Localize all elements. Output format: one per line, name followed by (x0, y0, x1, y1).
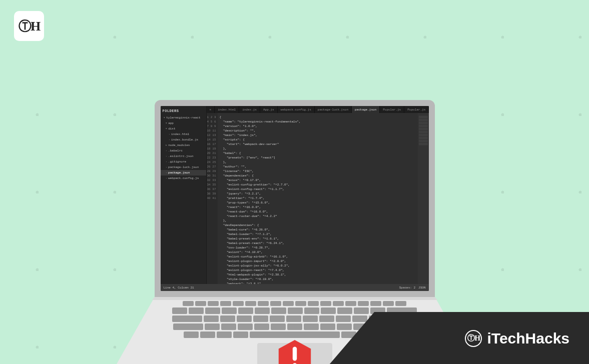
editor-tab[interactable]: App.js (260, 106, 278, 113)
svg-rect-3 (292, 346, 296, 360)
alert-icon (277, 339, 312, 364)
code-wrap: 1 2 3 4 5 6 7 8 9 10 11 12 13 14 15 16 1… (207, 113, 429, 284)
ide-body: FOLDERS ▾tylermcginnis-react▾app▾dist·in… (161, 106, 429, 284)
tree-item[interactable]: ·.babelrc (161, 148, 206, 154)
editor-tab[interactable]: index.html (215, 106, 239, 113)
tree-item[interactable]: ·package-lock.json (161, 164, 206, 170)
brand-text: iTechHacks (487, 330, 569, 347)
tree-item[interactable]: ·webpack.config.js (161, 176, 206, 181)
laptop-bezel: FOLDERS ▾tylermcginnis-react▾app▾dist·in… (155, 100, 435, 297)
tree-item[interactable]: ▾dist (161, 126, 206, 132)
file-tree: ▾tylermcginnis-react▾app▾dist·index.html… (161, 115, 206, 181)
editor-tab[interactable]: Popular.js (380, 106, 404, 113)
alert-badge (277, 339, 312, 364)
tab-bar: ✕index.htmlindex.jsApp.jswebpack.config.… (207, 106, 429, 113)
tree-item[interactable]: ·index.html (161, 132, 206, 137)
tree-item[interactable]: ▾tylermcginnis-react (161, 115, 206, 120)
editor-tab[interactable]: Popular.js (404, 106, 428, 113)
keyboard-row (155, 301, 435, 306)
brand-bar: ⓉH iTechHacks (329, 312, 589, 364)
file-sidebar: FOLDERS ▾tylermcginnis-react▾app▾dist·in… (161, 106, 207, 284)
editor-tab[interactable]: package-lock.json (315, 106, 352, 113)
minimap (418, 113, 429, 284)
editor-tab[interactable]: ✕ (207, 106, 215, 113)
status-spaces: Spaces: 2 (399, 286, 415, 290)
status-bar: Line 4, Column 21 Spaces: 2 JSON (161, 284, 429, 291)
brand-logo-icon: ⓉH (465, 330, 482, 347)
tree-item[interactable]: ▾app (161, 120, 206, 126)
tree-item[interactable]: ·package.json (161, 170, 206, 176)
editor-tab[interactable]: webpack.config.js (278, 106, 315, 113)
editor-tab[interactable]: package.json (352, 106, 380, 113)
sidebar-header: FOLDERS (161, 108, 206, 115)
tree-item[interactable]: ▸node_modules (161, 142, 206, 148)
status-cursor: Line 4, Column 21 (164, 286, 194, 290)
line-gutter: 1 2 3 4 5 6 7 8 9 10 11 12 13 14 15 16 1… (207, 113, 218, 284)
svg-marker-1 (152, 297, 437, 300)
editor-tab[interactable]: index.js (239, 106, 260, 113)
tree-item[interactable]: ·.eslintrc.json (161, 154, 206, 159)
tree-item[interactable]: ·index.bundle.js (161, 137, 206, 142)
tree-item[interactable]: ·.gitignore (161, 159, 206, 164)
site-logo-badge: ⓉH (14, 11, 44, 41)
status-lang: JSON (418, 286, 425, 290)
editor-area: ✕index.htmlindex.jsApp.jswebpack.config.… (207, 106, 429, 284)
code-content: { "name": "tylermcginnis-react-fundament… (218, 113, 418, 284)
code-editor-screen: FOLDERS ▾tylermcginnis-react▾app▾dist·in… (161, 106, 429, 291)
